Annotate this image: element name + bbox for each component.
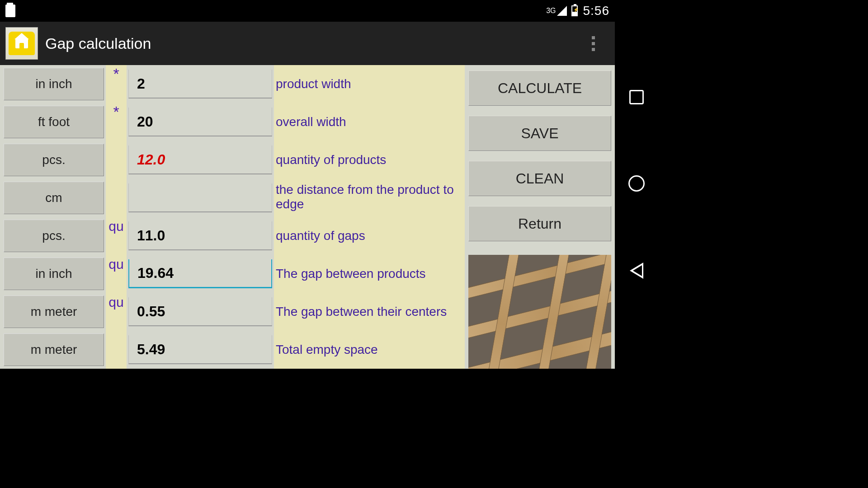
action-bar: Gap calculation [0, 22, 615, 65]
calculate-button[interactable]: CALCULATE [468, 70, 611, 106]
sd-card-icon [5, 5, 15, 17]
content-area: in inch * product width ft foot * overal… [0, 65, 615, 369]
marker [106, 179, 127, 217]
product-width-input[interactable] [128, 70, 272, 99]
input-row: in inch qu The gap between products [0, 255, 465, 293]
marker [106, 141, 127, 179]
unit-button[interactable]: pcs. [4, 220, 104, 252]
return-button[interactable]: Return [468, 206, 611, 241]
status-bar: 3G ⚡ 5:56 [0, 0, 615, 22]
field-label: Total empty space [274, 331, 465, 369]
input-row: pcs. quantity of products [0, 141, 465, 179]
edge-distance-input[interactable] [128, 183, 272, 212]
unit-button[interactable]: m meter [4, 296, 104, 328]
system-nav-bar [615, 0, 658, 369]
marker: qu [106, 255, 127, 293]
gap-between-products-output[interactable] [128, 259, 272, 288]
page-title: Gap calculation [45, 35, 586, 52]
field-label: quantity of products [274, 141, 465, 179]
total-empty-space-output[interactable] [128, 335, 272, 364]
gap-between-centers-output[interactable] [128, 297, 272, 326]
input-row: m meter qu The gap between their centers [0, 293, 465, 331]
back-button[interactable] [630, 263, 643, 279]
overall-width-input[interactable] [128, 108, 272, 136]
required-marker: * [106, 103, 127, 141]
input-row: ft foot * overall width [0, 103, 465, 141]
unit-button[interactable]: cm [4, 182, 104, 214]
unit-button[interactable]: in inch [4, 258, 104, 290]
unit-button[interactable]: pcs. [4, 144, 104, 176]
quantity-products-output[interactable] [128, 145, 272, 174]
input-row: pcs. qu quantity of gaps [0, 217, 465, 255]
home-button[interactable] [628, 175, 645, 192]
marker [106, 331, 127, 369]
input-row: cm the distance from the product to edge [0, 179, 465, 217]
field-label: the distance from the product to edge [274, 179, 465, 217]
field-label: overall width [274, 103, 465, 141]
required-marker: * [106, 65, 127, 103]
illustration-image [468, 255, 611, 369]
clock: 5:56 [583, 4, 610, 18]
field-label: quantity of gaps [274, 217, 465, 255]
clean-button[interactable]: CLEAN [468, 161, 611, 196]
recent-apps-button[interactable] [629, 90, 644, 104]
save-button[interactable]: SAVE [468, 116, 611, 151]
network-indicator: 3G [546, 7, 556, 15]
overflow-menu-icon[interactable] [586, 33, 600, 54]
app-icon[interactable] [5, 27, 38, 60]
battery-icon: ⚡ [571, 5, 578, 16]
input-row: in inch * product width [0, 65, 465, 103]
input-row: m meter Total empty space [0, 331, 465, 369]
unit-button[interactable]: in inch [4, 68, 104, 100]
unit-button[interactable]: ft foot [4, 106, 104, 138]
signal-icon [557, 6, 567, 16]
field-label: The gap between products [274, 255, 465, 293]
marker: qu [106, 293, 127, 331]
quantity-gaps-output[interactable] [128, 221, 272, 250]
marker: qu [106, 217, 127, 255]
side-panel: CALCULATE SAVE CLEAN Return [465, 65, 615, 369]
field-label: The gap between their centers [274, 293, 465, 331]
field-label: product width [274, 65, 465, 103]
unit-button[interactable]: m meter [4, 333, 104, 366]
